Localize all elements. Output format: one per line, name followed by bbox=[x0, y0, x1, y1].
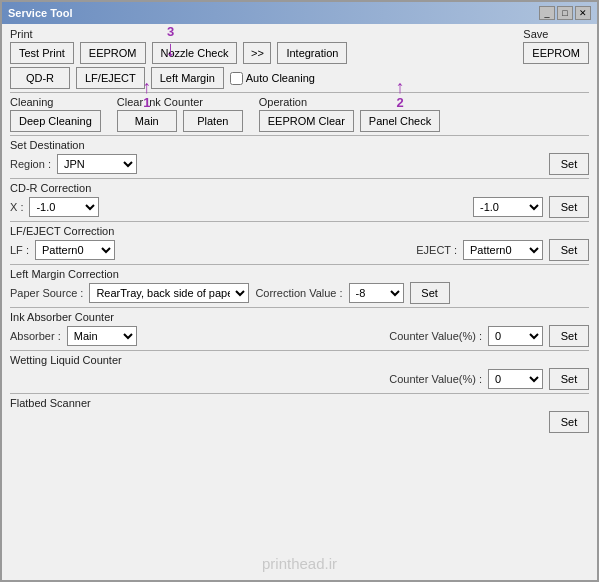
annotation-3: 3 ↓ bbox=[165, 24, 176, 59]
cdr-correction-section: CD-R Correction X : -1.0 0.0 1.0 -1.0 0.… bbox=[10, 182, 589, 218]
qd-r-button[interactable]: QD-R bbox=[10, 67, 70, 89]
set-destination-row: Region : JPN USA EUR Set bbox=[10, 153, 589, 175]
print-save-row: Print Test Print EEPROM Nozzle Check >> … bbox=[10, 28, 589, 89]
annotation-2-label: 2 bbox=[396, 95, 403, 110]
watermark: printhead.ir bbox=[262, 555, 337, 572]
region-select[interactable]: JPN USA EUR bbox=[57, 154, 137, 174]
annotation-1: ↑ 1 bbox=[142, 79, 151, 110]
left-margin-set-button[interactable]: Set bbox=[410, 282, 450, 304]
integration-button[interactable]: Integration bbox=[277, 42, 347, 64]
cleaning-operation-row: Cleaning Deep Cleaning Clear Ink Counter… bbox=[10, 96, 589, 132]
eject-select[interactable]: Pattern0 Pattern1 Pattern2 bbox=[463, 240, 543, 260]
auto-cleaning-label: Auto Cleaning bbox=[230, 72, 315, 85]
test-print-button[interactable]: Test Print bbox=[10, 42, 74, 64]
print-row1: Test Print EEPROM Nozzle Check >> Integr… bbox=[10, 42, 347, 64]
absorber-counter-label: Counter Value(%) : bbox=[389, 330, 482, 342]
wetting-liquid-section: Wetting Liquid Counter Counter Value(%) … bbox=[10, 354, 589, 390]
left-margin-section: Left Margin Correction Paper Source : Re… bbox=[10, 268, 589, 304]
cleaning-section: Cleaning Deep Cleaning bbox=[10, 96, 101, 132]
maximize-button[interactable]: □ bbox=[557, 6, 573, 20]
annotation-1-label: 1 bbox=[143, 95, 150, 110]
region-label: Region : bbox=[10, 158, 51, 170]
wetting-liquid-label: Wetting Liquid Counter bbox=[10, 354, 589, 366]
clear-ink-label: Clear Ink Counter bbox=[117, 96, 243, 108]
eeprom-save-button[interactable]: EEPROM bbox=[523, 42, 589, 64]
ink-absorber-section: Ink Absorber Counter Absorber : Main Sub… bbox=[10, 311, 589, 347]
auto-cleaning-checkbox[interactable] bbox=[230, 72, 243, 85]
paper-source-select[interactable]: RearTray, back side of paper FrontTray C… bbox=[89, 283, 249, 303]
divider-1 bbox=[10, 92, 589, 93]
operation-buttons: EEPROM Clear ↑ 2 Panel Check bbox=[259, 110, 440, 132]
absorber-select[interactable]: Main Sub bbox=[67, 326, 137, 346]
arrow-right-button[interactable]: >> bbox=[243, 42, 271, 64]
ink-absorber-row: Absorber : Main Sub Counter Value(%) : 0… bbox=[10, 325, 589, 347]
ink-absorber-set-button[interactable]: Set bbox=[549, 325, 589, 347]
paper-source-label: Paper Source : bbox=[10, 287, 83, 299]
divider-2 bbox=[10, 135, 589, 136]
panel-check-button[interactable]: Panel Check bbox=[360, 110, 440, 132]
cleaning-label: Cleaning bbox=[10, 96, 101, 108]
lf-eject-row: LF : Pattern0 Pattern1 Pattern2 EJECT : … bbox=[10, 239, 589, 261]
lf-label: LF : bbox=[10, 244, 29, 256]
divider-5 bbox=[10, 264, 589, 265]
left-margin-label: Left Margin Correction bbox=[10, 268, 589, 280]
flatbed-scanner-section: Flatbed Scanner Set bbox=[10, 397, 589, 433]
wetting-liquid-row: Counter Value(%) : 0 25 50 75 100 Set bbox=[10, 368, 589, 390]
wetting-counter-label: Counter Value(%) : bbox=[389, 373, 482, 385]
platen-button[interactable]: Platen bbox=[183, 110, 243, 132]
minimize-button[interactable]: _ bbox=[539, 6, 555, 20]
flatbed-label: Flatbed Scanner bbox=[10, 397, 589, 409]
x2-select[interactable]: -1.0 0.0 1.0 bbox=[473, 197, 543, 217]
cdr-label: CD-R Correction bbox=[10, 182, 589, 194]
cdr-set-button[interactable]: Set bbox=[549, 196, 589, 218]
flatbed-set-button[interactable]: Set bbox=[549, 411, 589, 433]
lf-eject-section: LF/EJECT Correction LF : Pattern0 Patter… bbox=[10, 225, 589, 261]
save-section: Save EEPROM bbox=[523, 28, 589, 89]
clear-ink-buttons: ↑ 1 Main Platen bbox=[117, 110, 243, 132]
deep-cleaning-button[interactable]: Deep Cleaning bbox=[10, 110, 101, 132]
wetting-counter-select[interactable]: 0 25 50 75 100 bbox=[488, 369, 543, 389]
save-label: Save bbox=[523, 28, 589, 40]
panel-check-wrapper: ↑ 2 Panel Check bbox=[360, 110, 440, 132]
eeprom-print-button[interactable]: EEPROM bbox=[80, 42, 146, 64]
absorber-counter-select[interactable]: 0 25 50 75 100 bbox=[488, 326, 543, 346]
main-button[interactable]: Main bbox=[117, 110, 177, 132]
window-controls: _ □ ✕ bbox=[539, 6, 591, 20]
divider-3 bbox=[10, 178, 589, 179]
operation-section: Operation EEPROM Clear ↑ 2 Panel Check bbox=[259, 96, 440, 132]
x-label: X : bbox=[10, 201, 23, 213]
correction-value-label: Correction Value : bbox=[255, 287, 342, 299]
divider-6 bbox=[10, 307, 589, 308]
lf-select[interactable]: Pattern0 Pattern1 Pattern2 bbox=[35, 240, 115, 260]
lf-eject-button[interactable]: LF/EJECT bbox=[76, 67, 145, 89]
annotation-2: ↑ 2 bbox=[396, 79, 405, 110]
divider-8 bbox=[10, 393, 589, 394]
set-destination-label: Set Destination bbox=[10, 139, 589, 151]
set-destination-button[interactable]: Set bbox=[549, 153, 589, 175]
arrow-up-2-icon: ↑ bbox=[396, 79, 405, 95]
print-row2: QD-R LF/EJECT Left Margin Auto Cleaning bbox=[10, 67, 347, 89]
left-margin-button[interactable]: Left Margin bbox=[151, 67, 224, 89]
main-content: 3 ↓ Print Test Print EEPROM Nozzle Check… bbox=[2, 24, 597, 580]
correction-value-select[interactable]: -8 -4 0 4 8 bbox=[349, 283, 404, 303]
auto-cleaning-text: Auto Cleaning bbox=[246, 72, 315, 84]
left-margin-row: Paper Source : RearTray, back side of pa… bbox=[10, 282, 589, 304]
absorber-label: Absorber : bbox=[10, 330, 61, 342]
window-title: Service Tool bbox=[8, 7, 73, 19]
eject-label: EJECT : bbox=[416, 244, 457, 256]
eeprom-clear-button[interactable]: EEPROM Clear bbox=[259, 110, 354, 132]
flatbed-row: Set bbox=[10, 411, 589, 433]
divider-4 bbox=[10, 221, 589, 222]
wetting-liquid-set-button[interactable]: Set bbox=[549, 368, 589, 390]
print-section: Print Test Print EEPROM Nozzle Check >> … bbox=[10, 28, 347, 89]
main-window: Service Tool _ □ ✕ 3 ↓ Print Test Print … bbox=[0, 0, 599, 582]
print-label: Print bbox=[10, 28, 347, 40]
ink-absorber-label: Ink Absorber Counter bbox=[10, 311, 589, 323]
title-bar: Service Tool _ □ ✕ bbox=[2, 2, 597, 24]
x-select[interactable]: -1.0 0.0 1.0 bbox=[29, 197, 99, 217]
close-button[interactable]: ✕ bbox=[575, 6, 591, 20]
arrow-up-1-icon: ↑ bbox=[142, 79, 151, 95]
operation-label: Operation bbox=[259, 96, 440, 108]
clear-ink-section: Clear Ink Counter ↑ 1 Main Platen bbox=[117, 96, 243, 132]
lf-eject-set-button[interactable]: Set bbox=[549, 239, 589, 261]
